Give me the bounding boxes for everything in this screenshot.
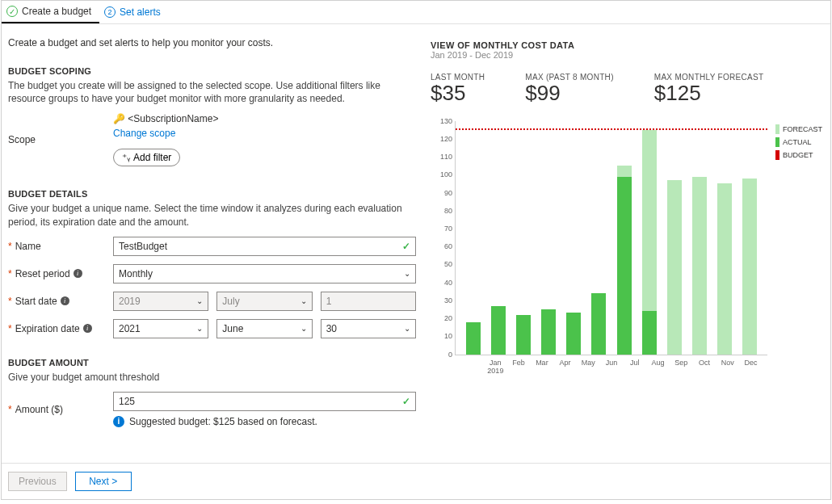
amount-input[interactable]: 125 ✓ xyxy=(113,392,416,411)
actual-bar xyxy=(566,313,581,354)
forecast-bar xyxy=(742,178,757,355)
amount-desc: Give your budget amount threshold xyxy=(8,371,416,384)
reset-period-select[interactable]: Monthly ⌄ xyxy=(113,264,416,284)
exp-month-select[interactable]: June⌄ xyxy=(216,319,312,338)
add-filter-button[interactable]: ⁺ᵧ Add filter xyxy=(113,149,180,166)
start-date-label: Start date xyxy=(15,296,57,307)
bar-slot xyxy=(662,121,687,355)
bar-slot xyxy=(536,121,561,355)
y-tick: 120 xyxy=(435,135,452,143)
x-label: Apr xyxy=(553,359,577,375)
view-range: Jan 2019 - Dec 2019 xyxy=(431,50,824,60)
bar-slot xyxy=(586,121,611,355)
scope-value: <SubscriptionName> xyxy=(128,113,218,124)
view-title: VIEW OF MONTHLY COST DATA xyxy=(431,40,824,50)
add-filter-label: Add filter xyxy=(133,152,171,163)
amount-title: BUDGET AMOUNT xyxy=(8,358,416,368)
x-label: May xyxy=(577,359,600,375)
intro-text: Create a budget and set alerts to help y… xyxy=(8,37,416,48)
bar-slot xyxy=(485,121,511,355)
budget-name-value: TestBudget xyxy=(119,241,167,252)
legend-forecast: FORECAST xyxy=(783,125,822,133)
y-tick: 90 xyxy=(435,189,452,197)
change-scope-link[interactable]: Change scope xyxy=(113,128,416,139)
previous-button: Previous xyxy=(8,472,67,491)
actual-bar xyxy=(516,315,531,355)
reset-label: Reset period xyxy=(15,268,70,279)
chevron-down-icon: ⌄ xyxy=(196,324,203,333)
actual-bar xyxy=(541,309,556,355)
filter-icon: ⁺ᵧ xyxy=(122,152,130,163)
y-tick: 100 xyxy=(435,170,452,178)
forecast-bar xyxy=(642,130,657,312)
info-icon[interactable]: i xyxy=(83,324,92,333)
x-label: Jun xyxy=(600,359,624,375)
amount-value: 125 xyxy=(119,396,135,407)
x-label: Dec xyxy=(739,359,763,375)
info-icon: i xyxy=(113,416,124,427)
tab-set-alerts[interactable]: 2 Set alerts xyxy=(99,1,169,23)
info-icon[interactable]: i xyxy=(74,269,82,278)
bar-slot xyxy=(737,121,763,355)
x-label: Jan 2019 xyxy=(484,359,507,375)
forecast-bar xyxy=(667,180,682,355)
exp-day-select[interactable]: 30⌄ xyxy=(321,319,416,338)
start-month-select: July⌄ xyxy=(216,292,312,311)
y-tick: 10 xyxy=(435,332,452,340)
bar-slot xyxy=(637,121,662,355)
legend-budget: BUDGET xyxy=(783,151,813,159)
exp-year-select[interactable]: 2021⌄ xyxy=(113,319,208,338)
x-label: Nov xyxy=(716,359,740,375)
scoping-desc: The budget you create will be assigned t… xyxy=(8,79,416,105)
start-year-select: 2019⌄ xyxy=(113,292,208,311)
name-label: Name xyxy=(15,241,41,252)
check-icon: ✓ xyxy=(6,6,18,17)
details-title: BUDGET DETAILS xyxy=(8,189,416,199)
bar-slot xyxy=(611,121,637,355)
y-tick: 0 xyxy=(435,351,452,359)
forecast-bar xyxy=(692,177,707,355)
chevron-down-icon: ⌄ xyxy=(300,324,307,333)
x-label: Mar xyxy=(531,359,554,375)
actual-bar xyxy=(466,322,481,355)
max-forecast-value: $125 xyxy=(654,82,764,105)
y-tick: 30 xyxy=(435,296,452,304)
y-tick: 80 xyxy=(435,207,452,215)
bar-slot xyxy=(561,121,586,355)
y-tick: 20 xyxy=(435,314,452,322)
actual-bar xyxy=(617,177,632,355)
forecast-bar xyxy=(717,183,732,354)
actual-bar xyxy=(591,293,606,355)
suggested-budget-text: Suggested budget: $125 based on forecast… xyxy=(129,416,317,427)
info-icon[interactable]: i xyxy=(61,296,69,305)
bar-slot xyxy=(511,121,536,355)
start-day-input: 1 xyxy=(321,292,416,311)
scope-label: Scope xyxy=(8,134,113,145)
bar-slot xyxy=(712,121,737,355)
step-number-badge: 2 xyxy=(104,6,116,18)
chevron-down-icon: ⌄ xyxy=(196,296,203,305)
amount-label: Amount ($) xyxy=(15,404,63,415)
next-button[interactable]: Next > xyxy=(75,472,132,491)
chart-legend: FORECAST ACTUAL BUDGET xyxy=(775,121,824,372)
reset-value: Monthly xyxy=(119,268,153,279)
actual-bar xyxy=(491,306,506,355)
bar-slot xyxy=(460,121,485,355)
chevron-down-icon: ⌄ xyxy=(404,269,410,278)
budget-name-input[interactable]: TestBudget ✓ xyxy=(113,237,416,256)
x-label: Feb xyxy=(507,359,531,375)
y-tick: 70 xyxy=(435,225,452,233)
scoping-title: BUDGET SCOPING xyxy=(8,66,416,76)
y-tick: 40 xyxy=(435,279,452,287)
details-desc: Give your budget a unique name. Select t… xyxy=(8,202,416,228)
y-tick: 130 xyxy=(435,117,452,125)
key-icon: 🔑 xyxy=(113,113,125,124)
max-past-value: $99 xyxy=(525,82,613,105)
actual-bar xyxy=(642,311,657,354)
x-label: Aug xyxy=(646,359,670,375)
forecast-bar xyxy=(617,166,632,176)
tab-create-budget[interactable]: ✓ Create a budget xyxy=(2,1,99,23)
last-month-value: $35 xyxy=(431,82,485,105)
tab-label: Create a budget xyxy=(22,6,91,17)
y-tick: 110 xyxy=(435,153,452,161)
